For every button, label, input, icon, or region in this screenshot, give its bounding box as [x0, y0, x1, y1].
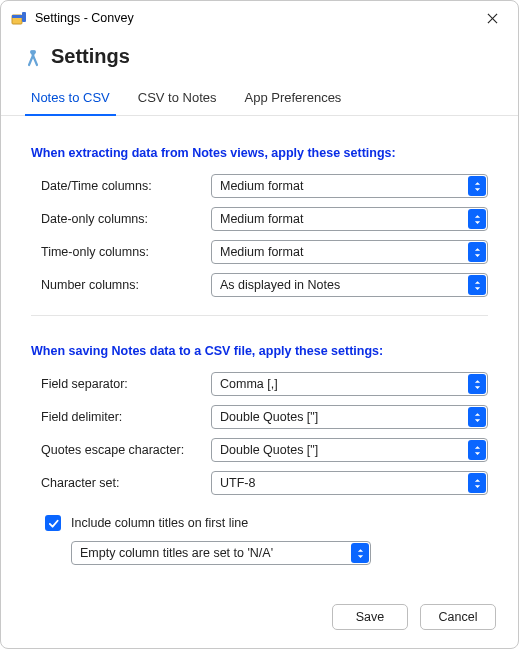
select-value: Double Quotes ["]: [211, 405, 488, 429]
close-icon: [487, 13, 498, 24]
label-delimiter: Field delimiter:: [41, 410, 211, 424]
settings-body: When extracting data from Notes views, a…: [1, 116, 518, 565]
select-number[interactable]: As displayed in Notes: [211, 273, 488, 297]
row-delimiter: Field delimiter: Double Quotes ["]: [31, 405, 488, 429]
label-escape: Quotes escape character:: [41, 443, 211, 457]
select-empty-titles[interactable]: Empty column titles are set to 'N/A': [71, 541, 371, 565]
row-charset: Character set: UTF-8: [31, 471, 488, 495]
select-dateonly[interactable]: Medium format: [211, 207, 488, 231]
select-value: Medium format: [211, 207, 488, 231]
select-datetime[interactable]: Medium format: [211, 174, 488, 198]
section-title-save: When saving Notes data to a CSV file, ap…: [31, 344, 488, 358]
svg-rect-1: [12, 15, 22, 18]
row-separator: Field separator: Comma [,]: [31, 372, 488, 396]
check-icon: [48, 518, 59, 529]
row-datetime: Date/Time columns: Medium format: [31, 174, 488, 198]
titlebar: Settings - Convey: [1, 1, 518, 35]
label-separator: Field separator:: [41, 377, 211, 391]
page-heading: Settings: [1, 35, 518, 82]
label-datetime: Date/Time columns:: [41, 179, 211, 193]
label-number: Number columns:: [41, 278, 211, 292]
select-delimiter[interactable]: Double Quotes ["]: [211, 405, 488, 429]
row-number: Number columns: As displayed in Notes: [31, 273, 488, 297]
row-timeonly: Time-only columns: Medium format: [31, 240, 488, 264]
divider: [31, 315, 488, 316]
tab-csv-to-notes[interactable]: CSV to Notes: [136, 82, 219, 115]
svg-point-6: [30, 50, 34, 54]
settings-icon: [23, 47, 43, 67]
select-value: Empty column titles are set to 'N/A': [71, 541, 371, 565]
svg-rect-2: [22, 12, 26, 22]
label-include-titles: Include column titles on first line: [71, 516, 248, 530]
select-value: Double Quotes ["]: [211, 438, 488, 462]
select-separator[interactable]: Comma [,]: [211, 372, 488, 396]
select-charset[interactable]: UTF-8: [211, 471, 488, 495]
window-title: Settings - Convey: [35, 11, 134, 25]
footer-buttons: Save Cancel: [332, 604, 496, 630]
label-timeonly: Time-only columns:: [41, 245, 211, 259]
label-charset: Character set:: [41, 476, 211, 490]
select-value: Medium format: [211, 174, 488, 198]
save-button[interactable]: Save: [332, 604, 408, 630]
tab-app-preferences[interactable]: App Preferences: [243, 82, 344, 115]
row-empty-titles: Empty column titles are set to 'N/A': [71, 541, 371, 565]
select-escape[interactable]: Double Quotes ["]: [211, 438, 488, 462]
select-value: Medium format: [211, 240, 488, 264]
label-dateonly: Date-only columns:: [41, 212, 211, 226]
select-value: Comma [,]: [211, 372, 488, 396]
page-title: Settings: [51, 45, 130, 68]
row-include-titles: Include column titles on first line: [45, 515, 488, 531]
tab-bar: Notes to CSV CSV to Notes App Preference…: [1, 82, 518, 116]
close-button[interactable]: [476, 4, 508, 32]
cancel-button[interactable]: Cancel: [420, 604, 496, 630]
select-value: As displayed in Notes: [211, 273, 488, 297]
row-dateonly: Date-only columns: Medium format: [31, 207, 488, 231]
app-icon: [11, 10, 27, 26]
checkbox-include-titles[interactable]: [45, 515, 61, 531]
section-title-extract: When extracting data from Notes views, a…: [31, 146, 488, 160]
row-escape: Quotes escape character: Double Quotes […: [31, 438, 488, 462]
tab-notes-to-csv[interactable]: Notes to CSV: [29, 82, 112, 115]
select-value: UTF-8: [211, 471, 488, 495]
select-timeonly[interactable]: Medium format: [211, 240, 488, 264]
